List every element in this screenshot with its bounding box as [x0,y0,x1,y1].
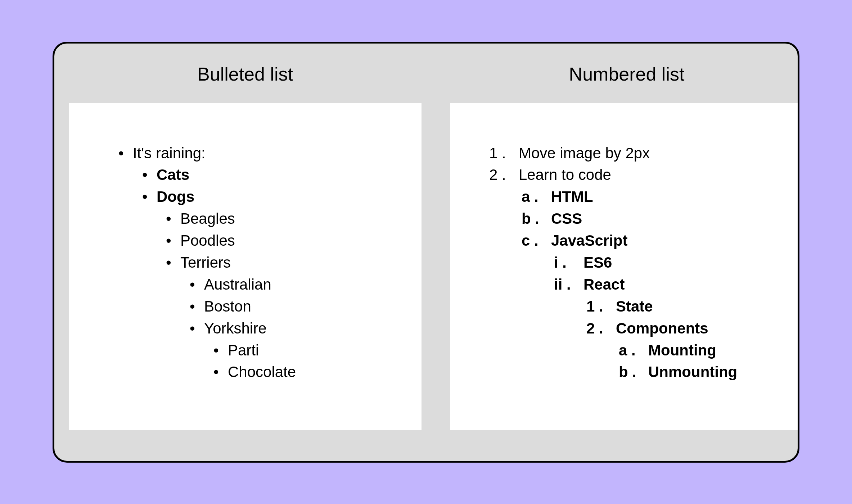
list-item-text: ES6 [583,254,612,271]
list-item: CSS [519,208,767,230]
list-item-text: Beagles [180,210,235,227]
list-item: Australian [187,274,386,296]
list-item-text: React [583,276,625,293]
list-item: JavaScriptES6ReactStateComponentsMountin… [519,230,767,383]
nested-ordered-list: HTMLCSSJavaScriptES6ReactStateComponents… [519,186,767,383]
list-item: ES6 [551,252,767,274]
list-item: YorkshirePartiChocolate [187,318,386,383]
bulleted-heading: Bulleted list [197,63,293,85]
list-item: Mounting [616,340,767,362]
list-item-text: Move image by 2px [519,145,650,162]
list-item: DogsBeaglesPoodlesTerriersAustralianBost… [139,186,386,383]
list-item: Parti [211,340,386,362]
list-item: ReactStateComponentsMountingUnmounting [551,274,767,383]
list-item: ComponentsMountingUnmounting [583,318,767,383]
list-item: State [583,296,767,318]
list-item-text: Components [616,320,708,337]
list-item-text: Dogs [157,188,194,205]
list-item: Boston [187,296,386,318]
list-item-text: JavaScript [551,232,627,249]
list-item: Poodles [163,230,386,252]
nested-ordered-list: ES6ReactStateComponentsMountingUnmountin… [551,252,767,383]
bulleted-column: Bulleted list It's raining:CatsDogsBeagl… [54,44,436,461]
list-item: Chocolate [211,361,386,383]
nested-ordered-list: StateComponentsMountingUnmounting [583,296,767,383]
list-item-text: Terriers [180,254,231,271]
list-item-text: Unmounting [648,363,737,380]
list-item: TerriersAustralianBostonYorkshirePartiCh… [163,252,386,383]
bulleted-list-root: It's raining:CatsDogsBeaglesPoodlesTerri… [116,142,386,383]
list-item: Move image by 2px [486,142,767,164]
list-item: Cats [139,164,386,186]
nested-list: BeaglesPoodlesTerriersAustralianBostonYo… [163,208,386,383]
nested-list: AustralianBostonYorkshirePartiChocolate [187,274,386,383]
list-item-text: Boston [204,298,251,315]
list-item-text: Mounting [648,342,716,359]
numbered-column: Numbered list Move image by 2pxLearn to … [436,44,799,461]
list-item-text: CSS [551,210,582,227]
numbered-heading: Numbered list [569,63,685,85]
list-item: Unmounting [616,361,767,383]
numbered-card: Move image by 2pxLearn to codeHTMLCSSJav… [450,103,799,430]
list-item-text: Learn to code [519,166,611,183]
list-item-text: It's raining: [133,145,206,162]
list-item-text: Poodles [180,232,235,249]
bulleted-card: It's raining:CatsDogsBeaglesPoodlesTerri… [69,103,422,430]
nested-list: PartiChocolate [211,340,386,383]
list-item-text: HTML [551,188,593,205]
list-item-text: Chocolate [228,363,296,380]
list-item-text: Australian [204,276,271,293]
nested-list: CatsDogsBeaglesPoodlesTerriersAustralian… [139,164,386,383]
list-item: HTML [519,186,767,208]
nested-ordered-list: MountingUnmounting [616,340,767,383]
list-item: Beagles [163,208,386,230]
numbered-list-root: Move image by 2pxLearn to codeHTMLCSSJav… [486,142,767,383]
list-item: Learn to codeHTMLCSSJavaScriptES6ReactSt… [486,164,767,383]
list-item-text: Parti [228,342,259,359]
list-item-text: Yorkshire [204,320,267,337]
list-item: It's raining:CatsDogsBeaglesPoodlesTerri… [116,142,386,383]
example-frame: Bulleted list It's raining:CatsDogsBeagl… [53,42,799,463]
list-item-text: State [616,298,653,315]
list-item-text: Cats [157,166,189,183]
